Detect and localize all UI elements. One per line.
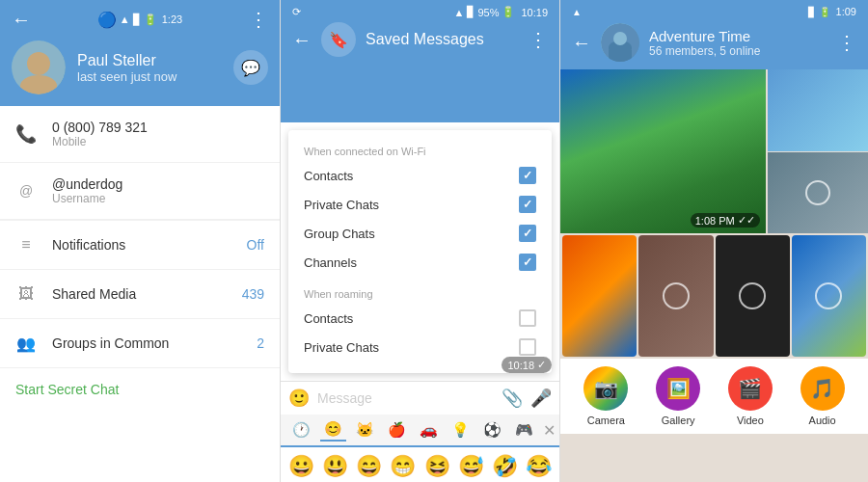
message-icon: 💬 xyxy=(241,59,260,77)
camera-share-item[interactable]: 📷 Camera xyxy=(583,366,628,426)
roaming-contacts-label: Contacts xyxy=(304,311,353,326)
bottom-images xyxy=(560,233,868,359)
secondary-images xyxy=(766,69,868,233)
phone-icon: 📞 xyxy=(15,123,37,145)
contacts-checkbox[interactable] xyxy=(519,167,536,184)
channels-item[interactable]: Channels xyxy=(288,248,552,277)
notifications-icon: ≡ xyxy=(15,234,37,255)
roaming-section-header: When roaming xyxy=(288,284,552,304)
close-emoji-button[interactable]: ✕ xyxy=(543,421,556,440)
chat-background xyxy=(281,65,559,122)
audio-icon-circle: 🎵 xyxy=(800,366,845,411)
double-check-icon: ✓✓ xyxy=(738,214,755,227)
travel-tab[interactable]: 🚗 xyxy=(416,419,442,441)
sticker-icon[interactable]: 🙂 xyxy=(288,388,310,409)
roaming-contacts-item[interactable]: Contacts xyxy=(288,304,552,333)
objects-tab[interactable]: 💡 xyxy=(448,419,474,441)
private-chats-checkbox[interactable] xyxy=(519,196,536,213)
video-share-item[interactable]: 🎬 Video xyxy=(728,366,773,426)
adventure-time-header: ▲ ▊ 🔋 1:09 ← Adventure T xyxy=(560,0,868,69)
message-input[interactable]: Message xyxy=(317,390,494,406)
landscape-image xyxy=(560,69,766,233)
username-icon: @ xyxy=(15,180,37,201)
timestamp-value: 1:08 PM xyxy=(695,215,735,227)
signal-icon: ▊ xyxy=(133,13,141,26)
avatar xyxy=(12,40,66,94)
adventure-time-content: 1:08 PM ✓✓ xyxy=(560,69,868,482)
recent-tab[interactable]: 🕐 xyxy=(288,419,314,441)
roaming-private-checkbox[interactable] xyxy=(519,338,536,356)
emoji-item[interactable]: 😂 xyxy=(523,451,556,482)
message-float-button[interactable]: 💬 xyxy=(233,50,268,85)
emoji-item[interactable]: 😁 xyxy=(387,451,420,482)
attach-icon[interactable]: 📎 xyxy=(502,388,523,409)
emoji-item[interactable]: 😄 xyxy=(353,451,386,482)
saved-messages-title: Saved Messages xyxy=(366,31,484,48)
saved-messages-header: ⟳ ▲ ▊ 95% 🔋 10:19 ← 🔖 Saved Messages ⋮ xyxy=(281,0,559,65)
battery-icon: 🔋 xyxy=(144,13,157,26)
gallery-share-item[interactable]: 🖼️ Gallery xyxy=(656,366,700,426)
p2-time: 10:19 xyxy=(521,7,548,18)
p2-battery-icon: 🔋 xyxy=(502,6,515,18)
p2-kebab-button[interactable]: ⋮ xyxy=(529,28,548,51)
profile-info: Paul Steller last seen just now xyxy=(77,52,222,84)
emoji-item[interactable]: 😀 xyxy=(285,451,317,482)
activities-tab[interactable]: ⚽ xyxy=(479,419,505,441)
username-value: @underdog xyxy=(52,176,264,192)
group-chats-item[interactable]: Group Chats xyxy=(288,219,552,248)
checkmark-icon: ✓ xyxy=(537,359,546,371)
roaming-private-label: Private Chats xyxy=(304,340,379,355)
emoji-item[interactable]: 😆 xyxy=(420,451,453,482)
contacts-item[interactable]: Contacts xyxy=(288,161,552,190)
username-label: Username xyxy=(52,192,264,205)
top-images: 1:08 PM ✓✓ xyxy=(560,69,868,233)
adventure-time-panel: ▲ ▊ 🔋 1:09 ← Adventure T xyxy=(559,0,868,482)
food-tab[interactable]: 🍎 xyxy=(384,419,410,441)
group-chats-label: Group Chats xyxy=(304,227,375,241)
time-display: 1:23 xyxy=(162,13,182,25)
p2-back-button[interactable]: ← xyxy=(292,29,312,51)
shared-media-value: 439 xyxy=(242,286,264,302)
group-chats-checkbox[interactable] xyxy=(519,225,536,242)
small-image-1 xyxy=(766,69,868,152)
emoji-item[interactable]: 😅 xyxy=(454,451,487,482)
notifications-row[interactable]: ≡ Notifications Off xyxy=(0,221,280,270)
image-timestamp: 1:08 PM ✓✓ xyxy=(691,213,760,228)
emoji-item[interactable]: 😃 xyxy=(318,451,351,482)
emoji-grid: 😀😃😄😁😆😅🤣😂😇😍🤩😘😗😙😚😋😜🤪😝🤑🤗🤭🤫🤔😎🤓🧐😒😓😔😕😖😤😠😡🤬😈👿💀☠… xyxy=(281,447,559,482)
profile-header: ← 🔵 ▲ ▊ 🔋 1:23 ⋮ Paul Steller last seen … xyxy=(0,0,280,106)
p3-wifi-icon: ▲ xyxy=(572,7,582,17)
p3-battery-icon: 🔋 xyxy=(819,7,830,17)
audio-share-item[interactable]: 🎵 Audio xyxy=(800,366,845,426)
group-title: Adventure Time xyxy=(649,28,827,44)
emoji-tab[interactable]: 😊 xyxy=(320,418,346,442)
kebab-menu-button[interactable]: ⋮ xyxy=(249,8,268,31)
message-timestamp: 10:18 ✓ xyxy=(502,357,552,373)
svg-point-2 xyxy=(613,32,627,45)
mic-icon[interactable]: 🎤 xyxy=(530,388,552,409)
channels-checkbox[interactable] xyxy=(519,254,536,271)
p3-back-button[interactable]: ← xyxy=(572,32,591,54)
saved-messages-content: When connected on Wi-Fi Contacts Private… xyxy=(281,65,559,482)
symbols-tab[interactable]: 🎮 xyxy=(511,419,537,441)
emoji-item[interactable]: 🤣 xyxy=(489,451,522,482)
phone-number: 0 (800) 789 321 xyxy=(52,120,264,135)
roaming-contacts-checkbox[interactable] xyxy=(519,309,536,327)
p3-kebab-button[interactable]: ⋮ xyxy=(837,31,856,54)
username-info: @underdog Username xyxy=(52,176,264,205)
back-button[interactable]: ← xyxy=(12,9,31,31)
video-label: Video xyxy=(737,415,764,426)
shared-media-row[interactable]: 🖼 Shared Media 439 xyxy=(0,270,280,319)
secret-chat-button[interactable]: Start Secret Chat xyxy=(0,368,280,411)
username-row: @ @underdog Username xyxy=(0,163,280,220)
groups-row[interactable]: 👥 Groups in Common 2 xyxy=(0,319,280,368)
main-image: 1:08 PM ✓✓ xyxy=(560,69,766,233)
channels-label: Channels xyxy=(304,255,357,270)
bluetooth-icon: 🔵 xyxy=(97,11,117,29)
wifi-section: When connected on Wi-Fi Contacts Private… xyxy=(288,138,552,281)
p3-time: 1:09 xyxy=(836,6,856,17)
private-chats-item[interactable]: Private Chats xyxy=(288,190,552,219)
animals-tab[interactable]: 🐱 xyxy=(352,419,378,441)
settings-popup: When connected on Wi-Fi Contacts Private… xyxy=(288,130,552,373)
group-avatar xyxy=(601,23,639,62)
